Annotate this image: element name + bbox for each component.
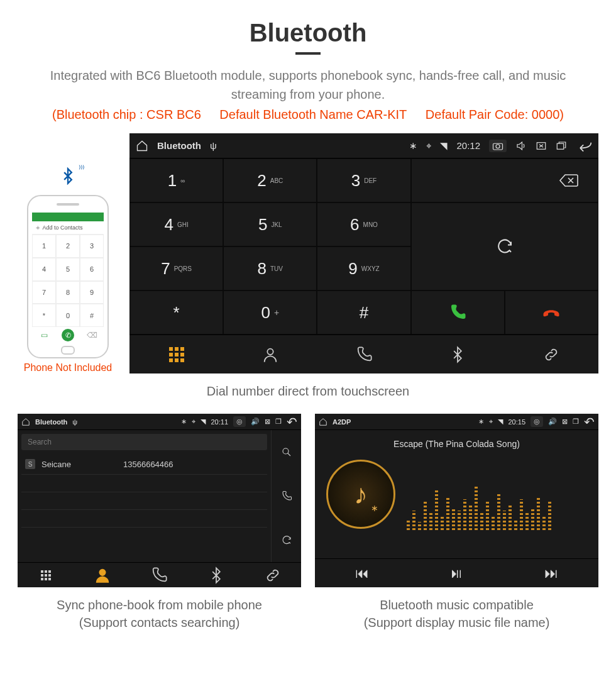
album-art-icon: ♪ ∗ xyxy=(326,460,395,529)
contact-row[interactable]: S Seicane 13566664466 xyxy=(21,454,267,475)
dialer-tabbar xyxy=(129,335,598,373)
phone-add-contact: Add to Contacts xyxy=(32,221,104,235)
call-button[interactable] xyxy=(411,290,505,335)
usb-icon: ψ xyxy=(72,418,77,426)
tab-recent[interactable] xyxy=(131,563,187,587)
contacts-unit: Bluetooth ψ ∗⌖◥ 20:11 ◎ 🔊 ⊠ ❐ ↶ Search S xyxy=(18,414,301,587)
bluetooth-icon: ∗ xyxy=(371,503,378,513)
page-title: Bluetooth xyxy=(0,19,616,47)
title-underline xyxy=(295,52,321,55)
recent-icon[interactable]: ❐ xyxy=(275,418,282,426)
contacts-tabbar xyxy=(18,562,301,587)
contacts-caption: Sync phone-book from mobile phone (Suppo… xyxy=(18,596,301,631)
phone-keypad: 123 456 789 *0# xyxy=(32,235,104,327)
camera-icon[interactable]: ◎ xyxy=(233,416,246,427)
music-statusbar: A2DP ∗⌖◥ 20:15 ◎ 🔊 ⊠ ❐ ↶ xyxy=(315,414,598,430)
svg-rect-3 xyxy=(557,143,564,149)
svg-point-1 xyxy=(496,144,500,148)
recent-icon[interactable]: ❐ xyxy=(573,418,579,426)
volume-icon[interactable] xyxy=(515,140,527,152)
tab-bluetooth[interactable] xyxy=(188,563,245,587)
usb-icon: ψ xyxy=(210,140,217,151)
home-icon[interactable] xyxy=(136,140,148,152)
tech-name: Default Bluetooth Name CAR-KIT xyxy=(219,108,407,121)
music-unit: A2DP ∗⌖◥ 20:15 ◎ 🔊 ⊠ ❐ ↶ Escape (The Pin… xyxy=(315,414,598,587)
bt-status-icon: ∗ xyxy=(409,140,417,152)
backspace-button[interactable] xyxy=(411,158,598,202)
tech-code: Default Pair Code: 0000) xyxy=(426,108,564,121)
dialer-unit: Bluetooth ψ ∗ ⌖ ◥ 20:12 1∞ 2ABC 3DEF xyxy=(129,133,598,373)
tab-contacts[interactable] xyxy=(74,563,131,587)
key-0[interactable]: 0+ xyxy=(223,290,317,335)
tab-bluetooth[interactable] xyxy=(411,335,505,373)
hangup-button[interactable] xyxy=(505,290,598,335)
tab-pair[interactable] xyxy=(245,563,301,587)
key-5[interactable]: 5JKL xyxy=(223,202,317,246)
key-2[interactable]: 2ABC xyxy=(223,158,317,202)
key-9[interactable]: 9WXYZ xyxy=(317,246,410,290)
contacts-statusbar: Bluetooth ψ ∗⌖◥ 20:11 ◎ 🔊 ⊠ ❐ ↶ xyxy=(18,414,301,430)
dialer-statusbar: Bluetooth ψ ∗ ⌖ ◥ 20:12 xyxy=(129,133,598,158)
tab-contacts[interactable] xyxy=(223,335,317,373)
equalizer-icon xyxy=(407,473,587,530)
tab-recent[interactable] xyxy=(317,335,410,373)
page-description: Integrated with BC6 Bluetooth module, su… xyxy=(0,66,616,104)
volume-icon[interactable]: 🔊 xyxy=(548,418,557,426)
back-icon[interactable]: ↶ xyxy=(287,414,297,429)
back-icon[interactable] xyxy=(576,140,592,152)
key-8[interactable]: 8TUV xyxy=(223,246,317,290)
gps-icon: ⌖ xyxy=(426,140,431,152)
dialpad: 1∞ 2ABC 3DEF 4GHI 5JKL 6MNO 7PQRS 8TUV 9… xyxy=(129,158,598,335)
search-input[interactable]: Search xyxy=(21,434,267,450)
call-button[interactable] xyxy=(272,474,301,518)
back-icon[interactable]: ↶ xyxy=(584,414,595,429)
volume-icon[interactable]: 🔊 xyxy=(251,418,260,426)
key-star[interactable]: * xyxy=(129,290,223,335)
tab-keypad[interactable] xyxy=(129,335,223,373)
camera-icon[interactable] xyxy=(489,140,507,152)
phone-mockup: Add to Contacts 123 456 789 *0# ▭ ✆ ⌫ xyxy=(27,195,109,358)
camera-icon[interactable]: ◎ xyxy=(531,416,543,427)
prev-button[interactable]: ⏮ xyxy=(315,559,409,587)
wifi-icon: ◥ xyxy=(440,140,448,152)
track-title: Escape (The Pina Colada Song) xyxy=(315,439,598,449)
tab-keypad[interactable] xyxy=(18,563,74,587)
key-3[interactable]: 3DEF xyxy=(317,158,410,202)
redial-button[interactable] xyxy=(411,202,598,290)
dialer-caption: Dial number direct from touchscreen xyxy=(0,382,616,400)
close-icon[interactable] xyxy=(536,140,547,152)
next-button[interactable]: ⏭ xyxy=(504,559,598,587)
bluetooth-icon: ⁾⁾⁾ xyxy=(55,167,80,192)
svg-point-6 xyxy=(100,569,106,575)
phone-note: Phone Not Included xyxy=(18,362,118,373)
close-icon[interactable]: ⊠ xyxy=(562,418,568,426)
key-hash[interactable]: # xyxy=(317,290,410,335)
key-7[interactable]: 7PQRS xyxy=(129,246,223,290)
tab-pair[interactable] xyxy=(505,335,598,373)
key-4[interactable]: 4GHI xyxy=(129,202,223,246)
home-icon[interactable] xyxy=(319,418,327,426)
clock: 20:12 xyxy=(456,140,480,151)
music-caption: Bluetooth music compatible (Support disp… xyxy=(315,596,598,631)
statusbar-title: Bluetooth xyxy=(157,140,201,151)
key-6[interactable]: 6MNO xyxy=(317,202,410,246)
sync-button[interactable] xyxy=(272,518,301,562)
search-button[interactable] xyxy=(272,430,301,474)
recent-icon[interactable] xyxy=(556,140,567,152)
key-1[interactable]: 1∞ xyxy=(129,158,223,202)
tech-chip: (Bluetooth chip : CSR BC6 xyxy=(52,108,201,121)
home-icon[interactable] xyxy=(21,418,30,426)
music-controls: ⏮ ⏯ ⏭ xyxy=(315,558,598,587)
play-pause-button[interactable]: ⏯ xyxy=(409,559,503,587)
svg-point-4 xyxy=(267,348,273,354)
close-icon[interactable]: ⊠ xyxy=(265,418,270,426)
tech-info: (Bluetooth chip : CSR BC6 Default Blueto… xyxy=(0,108,616,122)
